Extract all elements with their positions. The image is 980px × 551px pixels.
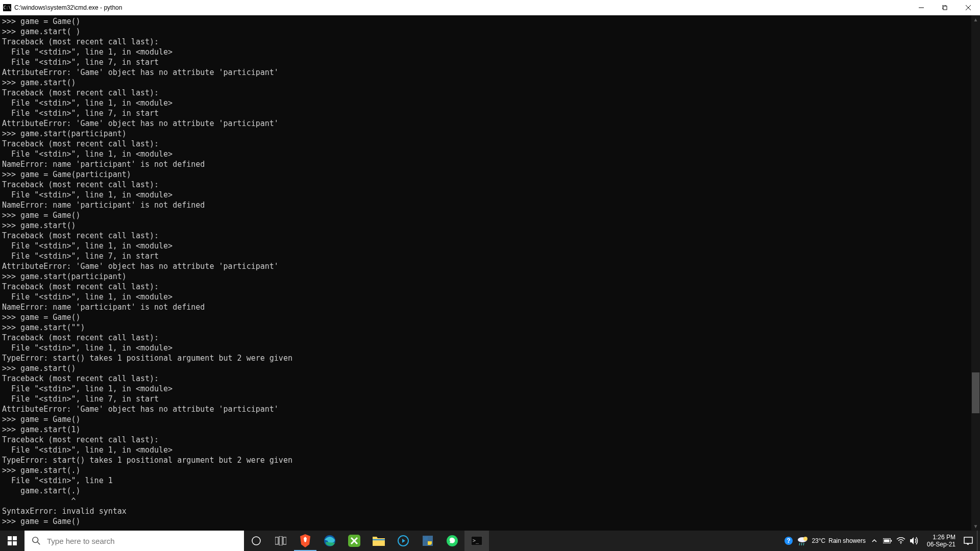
cmd-taskbar-icon[interactable]: >_ xyxy=(464,531,489,551)
windows-logo-icon xyxy=(8,536,17,545)
svg-point-26 xyxy=(803,537,807,541)
window-titlebar: C:\ C:\windows\system32\cmd.exe - python xyxy=(0,0,980,15)
scroll-thumb[interactable] xyxy=(972,372,979,413)
svg-rect-13 xyxy=(279,536,282,545)
titlebar-left: C:\ C:\windows\system32\cmd.exe - python xyxy=(3,4,122,11)
svg-line-10 xyxy=(38,542,40,545)
vertical-scrollbar[interactable]: ▲ ▼ xyxy=(971,15,980,531)
tray-chevron-icon[interactable] xyxy=(870,536,879,545)
svg-rect-32 xyxy=(891,540,892,542)
notifications-icon[interactable] xyxy=(964,536,973,545)
taskbar-search[interactable] xyxy=(24,531,244,551)
svg-rect-6 xyxy=(13,536,17,540)
wifi-icon[interactable] xyxy=(896,536,905,545)
svg-line-27 xyxy=(799,543,800,545)
svg-point-11 xyxy=(252,537,260,545)
svg-text:>_: >_ xyxy=(473,538,479,544)
close-button[interactable] xyxy=(957,0,980,15)
cortana-icon[interactable] xyxy=(244,531,268,551)
search-icon xyxy=(32,536,41,545)
weather-desc: Rain showers xyxy=(828,537,866,544)
taskbar-icons: >_ xyxy=(244,531,489,551)
taskbar: >_ ? 23°C Rain showers 1:26 PM 06-Sep-21 xyxy=(0,531,980,551)
clock[interactable]: 1:26 PM 06-Sep-21 xyxy=(923,534,960,548)
weather-temp: 23°C xyxy=(812,537,825,544)
svg-rect-7 xyxy=(8,541,12,545)
clock-date: 06-Sep-21 xyxy=(927,541,955,548)
battery-icon[interactable] xyxy=(883,536,892,545)
app-blue-circle-icon[interactable] xyxy=(391,531,415,551)
whatsapp-icon[interactable] xyxy=(440,531,464,551)
file-explorer-icon[interactable] xyxy=(366,531,391,551)
volume-icon[interactable] xyxy=(910,536,919,545)
svg-rect-34 xyxy=(964,537,972,543)
task-view-icon[interactable] xyxy=(268,531,293,551)
svg-point-33 xyxy=(900,543,901,544)
weather-icon xyxy=(797,536,808,546)
python-idle-icon[interactable] xyxy=(415,531,440,551)
system-tray: ? 23°C Rain showers 1:26 PM 06-Sep-21 xyxy=(780,531,977,551)
clock-time: 1:26 PM xyxy=(933,534,955,541)
window-title: C:\windows\system32\cmd.exe - python xyxy=(14,4,122,11)
svg-rect-31 xyxy=(884,539,890,542)
start-button[interactable] xyxy=(0,531,24,551)
scroll-track[interactable] xyxy=(971,24,980,522)
taskbar-spacer xyxy=(489,531,780,551)
terminal-output[interactable]: >>> game = Game() >>> game.start( ) Trac… xyxy=(0,15,980,531)
weather-widget[interactable]: 23°C Rain showers xyxy=(797,536,866,546)
svg-rect-2 xyxy=(943,6,947,10)
window-controls xyxy=(910,0,980,15)
app-green-icon[interactable] xyxy=(342,531,366,551)
scroll-down-arrow[interactable]: ▼ xyxy=(971,522,980,531)
scroll-up-arrow[interactable]: ▲ xyxy=(971,15,980,24)
cmd-icon: C:\ xyxy=(3,4,11,11)
maximize-button[interactable] xyxy=(933,0,957,15)
minimize-button[interactable] xyxy=(910,0,933,15)
help-icon[interactable]: ? xyxy=(784,536,793,545)
svg-rect-12 xyxy=(275,537,278,544)
edge-browser-icon[interactable] xyxy=(317,531,342,551)
svg-point-9 xyxy=(33,537,38,543)
svg-line-29 xyxy=(803,543,804,545)
brave-browser-icon[interactable] xyxy=(293,531,317,551)
show-desktop-button[interactable] xyxy=(977,531,980,551)
svg-line-28 xyxy=(801,543,802,545)
search-input[interactable] xyxy=(47,537,237,545)
svg-rect-5 xyxy=(8,536,12,540)
svg-text:?: ? xyxy=(787,537,791,544)
svg-rect-14 xyxy=(283,537,286,544)
svg-rect-17 xyxy=(373,539,385,540)
svg-rect-8 xyxy=(13,541,17,545)
